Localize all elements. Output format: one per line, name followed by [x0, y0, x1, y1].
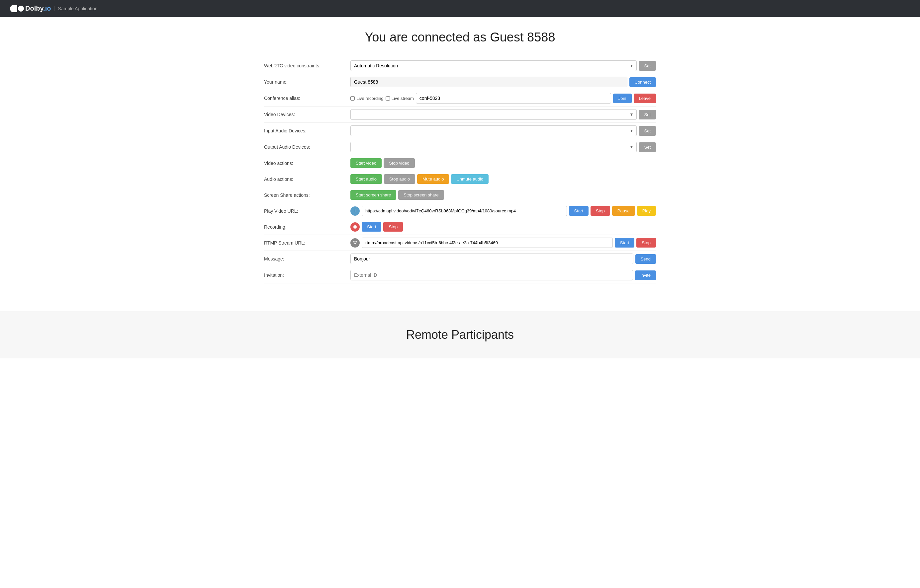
- live-recording-checkbox[interactable]: [350, 96, 355, 100]
- play-video-row: Play Video URL: i Start Stop Pause Play: [264, 203, 656, 219]
- play-video-label: Play Video URL:: [264, 208, 350, 214]
- webrtc-controls: Automatic Resolution ▼ Set: [350, 60, 656, 71]
- output-audio-set-button[interactable]: Set: [639, 142, 656, 152]
- rtmp-stop-button[interactable]: Stop: [637, 238, 656, 247]
- play-video-url-input[interactable]: [362, 206, 567, 216]
- rtmp-url-input[interactable]: [362, 237, 613, 248]
- brand-io: .io: [43, 5, 51, 12]
- conference-alias-label: Conference alias:: [264, 95, 350, 101]
- audio-actions-row: Audio actions: Start audio Stop audio Mu…: [264, 171, 656, 187]
- recording-row: Recording: Start Stop: [264, 219, 656, 235]
- svg-point-0: [355, 243, 356, 244]
- recording-icon: [350, 222, 360, 232]
- stop-audio-button[interactable]: Stop audio: [384, 174, 415, 184]
- play-video-pause-button[interactable]: Pause: [612, 206, 635, 216]
- play-video-start-button[interactable]: Start: [569, 206, 588, 216]
- play-video-play-button[interactable]: Play: [637, 206, 656, 216]
- input-audio-controls: ▼ Set: [350, 126, 656, 136]
- conference-alias-input[interactable]: [416, 93, 611, 103]
- video-actions-controls: Start video Stop video: [350, 158, 656, 168]
- stop-screen-share-button[interactable]: Stop screen share: [398, 190, 444, 200]
- settings-form: WebRTC video constraints: Automatic Reso…: [264, 58, 656, 283]
- mute-audio-button[interactable]: Mute audio: [417, 174, 449, 184]
- message-label: Message:: [264, 256, 350, 262]
- app-header: Dolby.io Sample Application: [0, 0, 920, 17]
- live-stream-label[interactable]: Live stream: [385, 96, 414, 101]
- your-name-controls: Connect: [350, 77, 656, 87]
- video-devices-row: Video Devices: ▼ Set: [264, 107, 656, 123]
- brand-name: Dolby.io: [25, 5, 51, 12]
- live-recording-label[interactable]: Live recording: [350, 96, 384, 101]
- input-audio-row: Input Audio Devices: ▼ Set: [264, 123, 656, 139]
- rtmp-start-button[interactable]: Start: [615, 238, 634, 247]
- start-audio-button[interactable]: Start audio: [350, 174, 382, 184]
- live-stream-text: Live stream: [392, 96, 414, 101]
- screen-share-controls: Start screen share Stop screen share: [350, 190, 656, 200]
- output-audio-select-wrapper: ▼: [350, 142, 637, 152]
- webrtc-set-button[interactable]: Set: [639, 61, 656, 71]
- invitation-row: Invitation: Invite: [264, 267, 656, 283]
- join-button[interactable]: Join: [613, 94, 632, 103]
- start-video-button[interactable]: Start video: [350, 158, 382, 168]
- play-video-info-icon: i: [350, 207, 360, 216]
- remote-participants-section: Remote Participants: [0, 311, 920, 359]
- video-devices-label: Video Devices:: [264, 112, 350, 117]
- video-actions-row: Video actions: Start video Stop video: [264, 155, 656, 171]
- rtmp-icon: [350, 238, 360, 247]
- app-subtitle: Sample Application: [54, 6, 97, 11]
- recording-controls: Start Stop: [350, 222, 656, 232]
- webrtc-select[interactable]: Automatic Resolution: [350, 60, 637, 71]
- output-audio-row: Output Audio Devices: ▼ Set: [264, 139, 656, 155]
- remote-participants-title: Remote Participants: [20, 328, 900, 342]
- connect-button[interactable]: Connect: [629, 77, 656, 87]
- output-audio-controls: ▼ Set: [350, 142, 656, 152]
- your-name-label: Your name:: [264, 79, 350, 85]
- your-name-input[interactable]: [350, 77, 627, 87]
- recording-start-button[interactable]: Start: [362, 222, 381, 232]
- video-devices-select[interactable]: [350, 109, 637, 120]
- screen-share-label: Screen Share actions:: [264, 192, 350, 198]
- live-stream-checkbox[interactable]: [385, 96, 390, 100]
- send-button[interactable]: Send: [635, 254, 656, 264]
- stop-video-button[interactable]: Stop video: [384, 158, 415, 168]
- rtmp-row: RTMP Stream URL: Start Stop: [264, 235, 656, 251]
- input-audio-select-wrapper: ▼: [350, 126, 637, 136]
- video-actions-label: Video actions:: [264, 161, 350, 166]
- audio-actions-label: Audio actions:: [264, 176, 350, 182]
- rtmp-controls: Start Stop: [350, 237, 656, 248]
- leave-button[interactable]: Leave: [634, 94, 656, 103]
- message-input[interactable]: [350, 254, 633, 264]
- input-audio-label: Input Audio Devices:: [264, 128, 350, 133]
- your-name-row: Your name: Connect: [264, 74, 656, 90]
- play-video-stop-button[interactable]: Stop: [591, 206, 610, 216]
- conference-alias-row: Conference alias: Live recording Live st…: [264, 90, 656, 107]
- main-content: You are connected as Guest 8588 WebRTC v…: [244, 17, 676, 305]
- invitation-label: Invitation:: [264, 273, 350, 278]
- brand-dolby: Dolby: [25, 5, 43, 12]
- page-title: You are connected as Guest 8588: [264, 30, 656, 44]
- recording-stop-button[interactable]: Stop: [383, 222, 403, 232]
- invitation-controls: Invite: [350, 270, 656, 280]
- rtmp-label: RTMP Stream URL:: [264, 240, 350, 246]
- output-audio-select[interactable]: [350, 142, 637, 152]
- dolby-logo-icon: [10, 5, 24, 12]
- recording-dot: [353, 225, 357, 229]
- start-screen-share-button[interactable]: Start screen share: [350, 190, 396, 200]
- invitation-input[interactable]: [350, 270, 633, 280]
- message-controls: Send: [350, 254, 656, 264]
- webrtc-select-wrapper: Automatic Resolution ▼: [350, 60, 637, 71]
- webrtc-label: WebRTC video constraints:: [264, 63, 350, 68]
- video-devices-select-wrapper: ▼: [350, 109, 637, 120]
- unmute-audio-button[interactable]: Unmute audio: [451, 174, 489, 184]
- recording-label: Recording:: [264, 224, 350, 229]
- input-audio-set-button[interactable]: Set: [639, 126, 656, 136]
- webrtc-row: WebRTC video constraints: Automatic Reso…: [264, 58, 656, 74]
- rtmp-antenna-icon: [352, 240, 358, 246]
- video-devices-controls: ▼ Set: [350, 109, 656, 120]
- screen-share-row: Screen Share actions: Start screen share…: [264, 187, 656, 203]
- video-devices-set-button[interactable]: Set: [639, 110, 656, 120]
- input-audio-select[interactable]: [350, 126, 637, 136]
- audio-actions-controls: Start audio Stop audio Mute audio Unmute…: [350, 174, 656, 184]
- play-video-controls: i Start Stop Pause Play: [350, 206, 656, 216]
- invite-button[interactable]: Invite: [635, 270, 656, 280]
